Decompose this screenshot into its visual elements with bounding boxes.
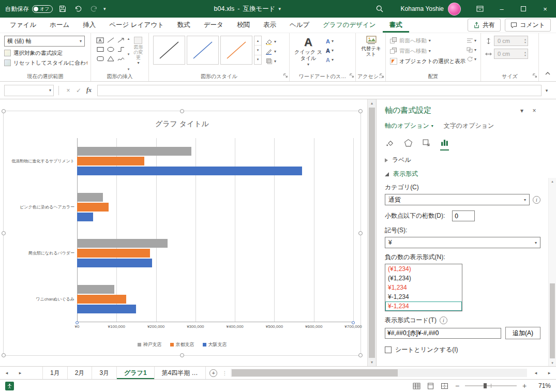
gallery-more-icon[interactable]: ▾ (254, 55, 261, 64)
hscroll-right-icon[interactable]: ▸ (543, 367, 556, 379)
zoom-out-button[interactable]: − (453, 382, 461, 389)
bar-京都支店[interactable] (77, 295, 126, 304)
format-selection-button[interactable]: 選択対象の書式設定 (4, 48, 87, 58)
zoom-slider-thumb[interactable] (484, 383, 487, 388)
line-shape-icon[interactable] (106, 36, 115, 44)
format-code-input[interactable] (385, 328, 501, 339)
rectangle-shape-icon[interactable] (95, 45, 105, 54)
enter-button[interactable]: ✓ (73, 85, 84, 96)
info-icon[interactable]: i (440, 316, 447, 324)
share-button[interactable]: 共有 (468, 19, 501, 32)
negative-format-option-0[interactable]: (¥1,234) (385, 264, 462, 274)
textbox-shape-icon[interactable] (95, 36, 105, 44)
legend-item[interactable]: 大阪支店 (203, 341, 227, 348)
close-button[interactable]: × (534, 0, 556, 18)
scroll-down-icon[interactable]: ▾ (368, 358, 376, 366)
ribbon-tab-4[interactable]: 数式 (171, 18, 197, 33)
scroll-up-icon[interactable]: ▴ (254, 36, 261, 46)
dialog-launcher-icon[interactable] (533, 72, 537, 80)
negative-format-listbox[interactable]: (¥1,234)(¥1,234)¥1,234¥-1,234¥-1,234 (385, 264, 462, 311)
ribbon-tab-6[interactable]: 校閲 (230, 18, 257, 33)
bring-forward-button[interactable]: 前面へ移動 ▾ (390, 36, 465, 46)
redo-button[interactable] (88, 3, 99, 15)
sheet-nav-right-icon[interactable]: ▸ (13, 367, 27, 379)
ribbon-tab-1[interactable]: ホーム (43, 18, 76, 33)
chart-title[interactable]: グラフ タイトル (4, 119, 360, 129)
pane-scrollbar[interactable]: ▴ ▾ (548, 178, 556, 366)
sheet-tab-0[interactable]: 1月 (42, 367, 68, 379)
collapse-ribbon-button[interactable] (545, 70, 551, 78)
legend-item[interactable]: 神戸支店 (138, 341, 162, 348)
zoom-percentage[interactable]: 71% (532, 382, 551, 389)
add-format-button[interactable]: 追加(A) (505, 327, 540, 339)
dialog-launcher-icon[interactable] (350, 72, 354, 80)
ribbon-tab-3[interactable]: ページ レイアウト (102, 18, 171, 33)
bar-神戸支店[interactable] (77, 285, 114, 294)
symbol-select[interactable]: ¥ ▾ (385, 237, 540, 248)
send-backward-button[interactable]: 背面へ移動 ▾ (390, 46, 465, 56)
ribbon-tab-0[interactable]: ファイル (3, 18, 43, 33)
normal-view-button[interactable] (411, 382, 422, 390)
quick-styles-button[interactable]: A クイック スタイル ▾ (294, 36, 323, 72)
sheet-tab-1[interactable]: 2月 (68, 367, 93, 379)
selection-handle[interactable] (358, 353, 363, 357)
horizontal-scrollbar[interactable] (231, 369, 527, 377)
ribbon-tab-5[interactable]: データ (197, 18, 230, 33)
ribbon-tab-7[interactable]: 表示 (257, 18, 283, 33)
category-select[interactable]: 通貨 ▾ (385, 194, 530, 205)
decimal-places-input[interactable] (452, 210, 475, 221)
reset-to-match-style-button[interactable]: リセットしてスタイルに合わせる (4, 58, 87, 68)
accessibility-status-icon[interactable] (5, 382, 14, 390)
bar-大阪支店[interactable] (77, 213, 93, 221)
sheet-tab-3[interactable]: グラフ1 (117, 367, 155, 379)
chart-object[interactable]: グラフ タイトル 低温動物に進化するサプリメントピンク色に染めるヘアカラー爬虫類… (3, 111, 361, 356)
bar-神戸支店[interactable] (77, 193, 103, 202)
zoom-in-button[interactable]: + (520, 382, 529, 389)
tab-text-options[interactable]: 文字のオプション (444, 122, 494, 130)
sheet-tab-4[interactable]: 第4四半期 … (155, 367, 206, 379)
ribbon-tab-10[interactable]: 書式 (383, 18, 409, 33)
text-fill-button[interactable]: A▾ (326, 37, 334, 45)
bar-大阪支店[interactable] (77, 259, 152, 267)
rotate-button[interactable]: ▾ (467, 55, 476, 63)
bar-京都支店[interactable] (77, 157, 144, 165)
chart-legend[interactable]: 神戸支店京都支店大阪支店 (4, 341, 360, 348)
selection-handle[interactable] (180, 109, 184, 113)
curve-shape-icon[interactable] (116, 54, 126, 63)
shape-outline-button[interactable]: ▾ (265, 47, 276, 55)
cancel-button[interactable]: × (63, 85, 73, 96)
pane-options-icon[interactable]: ▾ (516, 107, 528, 114)
dialog-launcher-icon[interactable] (283, 72, 288, 80)
shape-style-preset-1[interactable] (153, 36, 185, 65)
bar-大阪支店[interactable] (77, 305, 136, 313)
comments-button[interactable]: コメント (505, 19, 551, 32)
ribbon-display-options-button[interactable] (469, 0, 491, 18)
shape-style-preset-2[interactable] (187, 36, 219, 65)
scrollbar-thumb[interactable] (550, 283, 555, 358)
avatar[interactable] (448, 3, 461, 16)
formula-bar-expand-icon[interactable]: ▾ (542, 88, 552, 93)
bar-神戸支店[interactable] (77, 147, 191, 156)
selection-handle[interactable] (358, 231, 363, 235)
stepper-icon[interactable]: ▴▾ (524, 51, 526, 57)
alt-text-button[interactable]: 代替テキスト (360, 36, 382, 72)
selection-handle[interactable] (2, 231, 6, 235)
zoom-slider[interactable] (465, 382, 517, 390)
oval-shape-icon[interactable] (106, 45, 115, 54)
sheet-nav-left-icon[interactable]: ◂ (0, 367, 13, 379)
new-sheet-button[interactable]: + (206, 367, 221, 379)
shape-fill-button[interactable]: ▾ (265, 37, 276, 46)
scrollbar-thumb[interactable] (369, 108, 375, 358)
save-button[interactable] (57, 3, 68, 15)
search-button[interactable] (371, 0, 388, 18)
formula-input[interactable] (97, 85, 542, 96)
bar-大阪支店[interactable] (77, 167, 302, 175)
size-properties-icon[interactable] (422, 139, 431, 150)
scroll-up-icon[interactable]: ▴ (549, 178, 556, 185)
text-outline-button[interactable]: A▾ (326, 47, 334, 54)
selection-handle[interactable] (180, 353, 184, 357)
selection-handle[interactable] (2, 109, 6, 113)
elbow-connector-shape-icon[interactable] (116, 45, 126, 54)
rounded-rectangle-shape-icon[interactable] (95, 54, 105, 63)
pane-close-button[interactable]: × (528, 107, 540, 114)
